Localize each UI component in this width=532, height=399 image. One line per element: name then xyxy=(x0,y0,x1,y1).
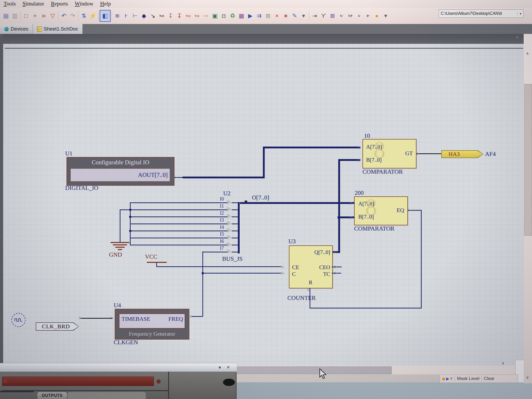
pencil-icon[interactable]: ✎ xyxy=(290,10,299,22)
clock-source-icon[interactable] xyxy=(11,313,26,327)
bus-segment[interactable] xyxy=(338,159,340,253)
u1-pin-aout[interactable]: AOUT[7..0] xyxy=(138,172,168,178)
move-icon[interactable]: + xyxy=(31,10,39,22)
place-junction-icon[interactable]: ◆ xyxy=(140,10,148,22)
wire-vcc-ce[interactable] xyxy=(156,266,281,267)
instrument-panel-titlebar[interactable]: ▾ × xyxy=(0,363,236,372)
annotate-icon[interactable]: ⊞ xyxy=(264,10,273,22)
sphere-tool-icon[interactable]: ● xyxy=(372,10,381,22)
bus-segment-obus[interactable] xyxy=(240,202,354,204)
u3-designator[interactable]: U3 xyxy=(288,238,296,245)
wire-i4[interactable] xyxy=(130,231,228,231)
wire-eq[interactable] xyxy=(421,210,422,309)
sheet-symbol-icon[interactable]: ▣ xyxy=(210,10,219,22)
sphere-dropdown-icon[interactable]: ▾ xyxy=(381,10,390,22)
port-ha3[interactable]: HA3 xyxy=(441,150,483,158)
wire-clk[interactable] xyxy=(80,318,113,319)
close-icon[interactable]: × xyxy=(227,364,230,370)
vcc-power-port-icon[interactable]: Vcc xyxy=(193,10,202,22)
clear-filter-icon[interactable]: ▽ xyxy=(48,10,57,22)
run-wizard-icon[interactable]: ⚡ xyxy=(88,10,97,22)
wire-i0[interactable] xyxy=(130,202,228,203)
cmp2-comment[interactable]: COMPARATOR xyxy=(354,225,395,232)
play-indicator-icon[interactable]: ▶ xyxy=(446,377,449,381)
ic-part-icon[interactable]: ▦ xyxy=(237,10,246,22)
gnd-signal-port-icon[interactable]: ↧ xyxy=(175,10,184,22)
horizontal-scrollbar-thumb[interactable] xyxy=(237,366,392,374)
wire-eq[interactable] xyxy=(310,308,422,309)
gnd-label[interactable]: GND xyxy=(109,251,122,258)
secondary-tab[interactable] xyxy=(67,392,146,399)
gnd-power-port-icon[interactable]: ↧ xyxy=(166,10,175,22)
bus-segment[interactable] xyxy=(238,202,240,253)
wire-clock-c[interactable] xyxy=(202,273,281,274)
wrench-icon[interactable]: Ƴ xyxy=(319,10,328,22)
export-netlist-icon[interactable]: ⇥ xyxy=(310,10,319,22)
wire-gt-ha3[interactable] xyxy=(415,153,441,154)
redo-icon[interactable]: ↷ xyxy=(68,10,77,22)
gnd-symbol[interactable] xyxy=(111,242,129,243)
probe-current-icon[interactable]: I∕ xyxy=(355,10,364,22)
compile-mask-icon[interactable]: ∗ xyxy=(281,10,290,22)
pins-icon[interactable]: ⇉ xyxy=(255,10,264,22)
bus-segment[interactable] xyxy=(263,147,360,148)
wire-i2[interactable] xyxy=(130,216,228,217)
place-bus-entry-icon[interactable]: ⊢ xyxy=(131,10,140,22)
u3-counter-block[interactable]: Q[7..0] CE C CEO TC R xyxy=(289,245,333,288)
comparator2-block[interactable]: 8 A[7..0] B[7..0] EQ xyxy=(354,196,408,225)
deselect-icon[interactable]: ⋗ xyxy=(39,10,48,22)
tab-sheet1-schdoc[interactable]: Sheet1.SchDoc xyxy=(33,24,83,34)
u3-comment[interactable]: COUNTER xyxy=(287,295,316,301)
place-wire-icon[interactable]: ≋ xyxy=(113,10,122,22)
no-erc-icon[interactable]: × xyxy=(273,10,281,22)
wire-freq[interactable] xyxy=(191,316,203,317)
probe-power-icon[interactable]: P∕ xyxy=(364,10,372,22)
vcc-label[interactable]: VCC xyxy=(145,253,157,260)
hscroll-right-arrow-icon[interactable]: › xyxy=(502,359,504,367)
net-label-obus[interactable]: O[7..0] xyxy=(252,194,269,201)
bus-segment[interactable] xyxy=(183,177,265,178)
vertical-scrollbar-thumb[interactable] xyxy=(524,84,532,236)
u1-digital-io-block[interactable]: Configurable Digital IO AOUT[7..0] xyxy=(66,157,174,186)
vcc-symbol[interactable] xyxy=(147,262,167,263)
sort-updown-icon[interactable]: ⇅ xyxy=(80,10,88,22)
place-port-icon[interactable]: ⇨ xyxy=(202,10,210,22)
chevron-down-icon[interactable]: ▾ xyxy=(517,12,523,16)
u1-designator[interactable]: U1 xyxy=(65,150,72,157)
tab-devices[interactable]: Devices xyxy=(0,24,33,34)
probe-voltage-diff-icon[interactable]: VP xyxy=(346,10,355,22)
menu-item[interactable]: Help xyxy=(98,0,115,8)
wire-gnd-stem[interactable] xyxy=(120,209,120,243)
select-area-icon[interactable]: □ xyxy=(22,10,31,22)
clear-button[interactable]: Clear xyxy=(484,376,494,381)
menu-item[interactable]: Window xyxy=(72,0,98,8)
place-line-icon[interactable]: ↘ xyxy=(148,10,157,22)
menu-item[interactable]: Simulator xyxy=(20,0,48,8)
wire-freq-riser[interactable] xyxy=(202,251,203,317)
cmp1-comment[interactable]: COMPARATOR xyxy=(362,168,403,175)
paste-icon[interactable]: ▥ xyxy=(10,10,19,22)
wire-i1[interactable] xyxy=(120,209,228,210)
net-label-icon[interactable]: Net xyxy=(157,10,166,22)
cmp2-designator[interactable]: 200 xyxy=(355,190,364,196)
vscroll-up-icon[interactable]: ∧ xyxy=(526,51,529,56)
wire-i3[interactable] xyxy=(130,223,228,224)
wire-i6[interactable] xyxy=(130,245,228,245)
u4-clkgen-block[interactable]: TIMEBASE FREQ Frequency Generator xyxy=(115,309,189,340)
copy-icon[interactable]: ▤ xyxy=(2,10,10,22)
collapse-icon[interactable]: ▾ xyxy=(219,365,221,370)
place-bus-icon[interactable]: ⊦ xyxy=(122,10,131,22)
port-clk-brd[interactable]: CLK_BRD xyxy=(36,322,79,331)
probe-voltage-icon[interactable]: V∕ xyxy=(337,10,346,22)
vscroll-down-icon[interactable]: ∨ xyxy=(526,375,529,380)
u2-designator[interactable]: U2 xyxy=(223,190,231,197)
u4-designator[interactable]: U4 xyxy=(114,302,121,309)
zoom-document-icon[interactable]: ◧ xyxy=(100,10,111,22)
comparator1-block[interactable]: 8 A[7..0] B[7..0] GT xyxy=(362,139,416,168)
filter-indicator-icon[interactable]: Y xyxy=(450,377,452,381)
outputs-tab[interactable]: OUTPUTS xyxy=(37,392,67,399)
undo-icon[interactable]: ↶ xyxy=(59,10,68,22)
knob-button[interactable] xyxy=(223,379,235,386)
document-path-combobox[interactable]: C:\Users\Altium7\Desktop\CAN\tt ▾ xyxy=(439,9,524,18)
sheet-entry-icon[interactable]: ◘ xyxy=(219,10,228,22)
